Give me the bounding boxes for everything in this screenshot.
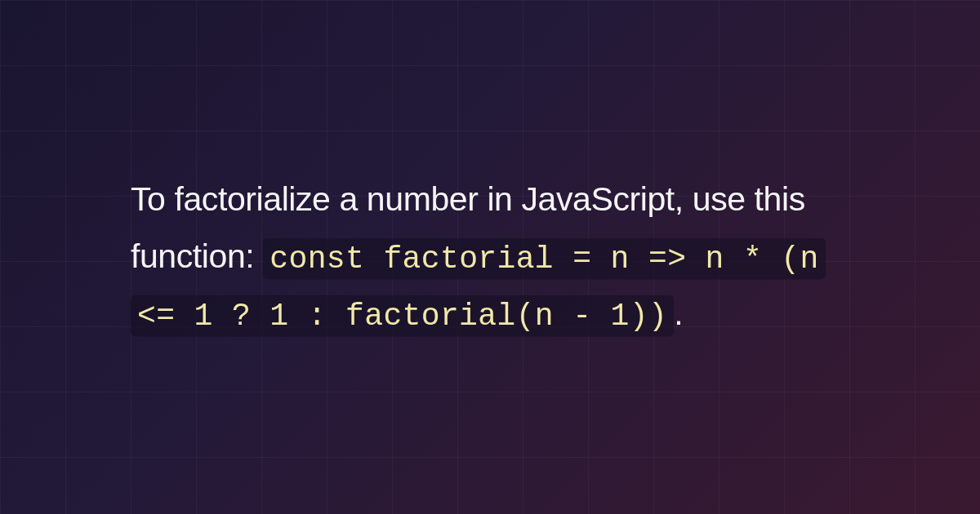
paragraph: To factorialize a number in JavaScript, …: [131, 171, 849, 343]
trailing-text: .: [674, 295, 683, 332]
content-container: To factorialize a number in JavaScript, …: [114, 171, 866, 343]
